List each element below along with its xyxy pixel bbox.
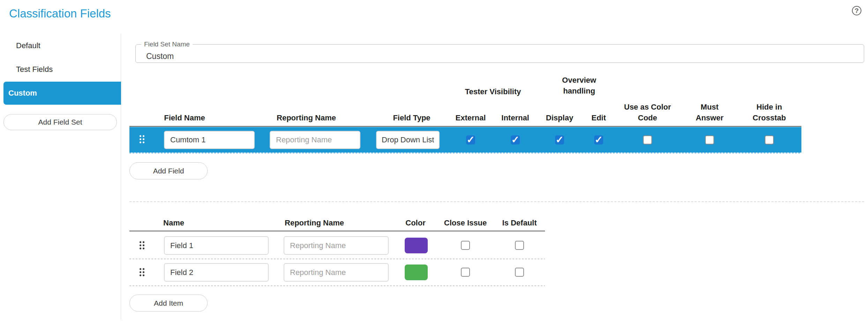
checkbox-external[interactable] — [466, 135, 475, 144]
drag-handle-item-2[interactable] — [139, 268, 145, 277]
col-header-must-answer: Must Answer — [692, 102, 727, 123]
sidebar-item-custom[interactable]: Custom — [3, 82, 121, 105]
item-2-reporting-name-input[interactable] — [284, 263, 389, 282]
fields-table-header-rule — [129, 126, 801, 127]
field-row-bottom-dash — [129, 152, 801, 154]
col-header-use-as-color-code: Use as Color Code — [620, 102, 675, 123]
item-row-divider-2 — [129, 285, 545, 286]
classification-fields-page: Classification Fields ? Default Test Fie… — [0, 0, 868, 335]
checkbox-must-answer[interactable] — [705, 135, 714, 144]
sidebar-item-default[interactable]: Default — [16, 41, 40, 50]
sidebar-item-custom-label: Custom — [8, 89, 37, 98]
item-2-checkbox-close-issue[interactable] — [461, 268, 470, 277]
field-reporting-name-input[interactable] — [270, 131, 360, 149]
checkbox-use-as-color-code[interactable] — [643, 135, 652, 144]
checkbox-hide-in-crosstab[interactable] — [765, 135, 774, 144]
item-row-divider-1 — [129, 259, 545, 259]
item-2-color-swatch[interactable] — [405, 265, 428, 280]
items-col-header-close-issue: Close Issue — [444, 217, 487, 228]
field-set-name-label: Field Set Name — [141, 40, 193, 48]
items-table-header-rule — [129, 231, 545, 231]
help-icon[interactable]: ? — [852, 6, 861, 15]
items-col-header-color: Color — [405, 217, 425, 228]
page-title: Classification Fields — [9, 7, 111, 20]
drag-handle-field-row[interactable] — [139, 135, 145, 144]
field-type-input[interactable] — [376, 131, 440, 149]
drag-handle-item-1[interactable] — [139, 241, 145, 250]
item-1-reporting-name-input[interactable] — [284, 236, 389, 255]
col-header-internal: Internal — [501, 112, 529, 123]
checkbox-edit[interactable] — [594, 135, 603, 144]
item-1-checkbox-close-issue[interactable] — [461, 241, 470, 250]
group-header-tester-visibility: Tester Visibility — [465, 86, 521, 97]
col-header-external: External — [456, 112, 486, 123]
field-set-name-value[interactable]: Custom — [146, 52, 174, 61]
items-col-header-is-default: Is Default — [502, 217, 537, 228]
sidebar-divider — [121, 34, 121, 320]
items-col-header-reporting-name: Reporting Name — [285, 217, 344, 228]
sidebar-item-test-fields[interactable]: Test Fields — [16, 65, 53, 74]
item-1-color-swatch[interactable] — [405, 238, 428, 253]
group-header-overview-handling: Overview handling — [556, 75, 602, 96]
item-2-name-input[interactable] — [164, 263, 269, 282]
field-set-name-field[interactable]: Field Set Name Custom — [135, 40, 864, 63]
col-header-hide-in-crosstab: Hide in Crosstab — [749, 102, 790, 123]
field-name-input[interactable] — [164, 131, 255, 149]
add-item-button[interactable]: Add Item — [129, 295, 208, 312]
add-field-set-button[interactable]: Add Field Set — [3, 114, 117, 130]
col-header-field-name: Field Name — [164, 112, 205, 123]
checkbox-display[interactable] — [555, 135, 564, 144]
add-field-button[interactable]: Add Field — [129, 162, 208, 179]
col-header-display: Display — [546, 112, 573, 123]
item-1-name-input[interactable] — [164, 236, 269, 255]
col-header-edit: Edit — [591, 112, 606, 123]
col-header-reporting-name: Reporting Name — [277, 112, 336, 123]
section-divider — [129, 201, 864, 202]
checkbox-internal[interactable] — [511, 135, 520, 144]
help-glyph: ? — [855, 7, 859, 15]
item-1-checkbox-is-default[interactable] — [515, 241, 524, 250]
items-col-header-name: Name — [163, 217, 184, 228]
col-header-field-type: Field Type — [393, 112, 430, 123]
item-2-checkbox-is-default[interactable] — [515, 268, 524, 277]
